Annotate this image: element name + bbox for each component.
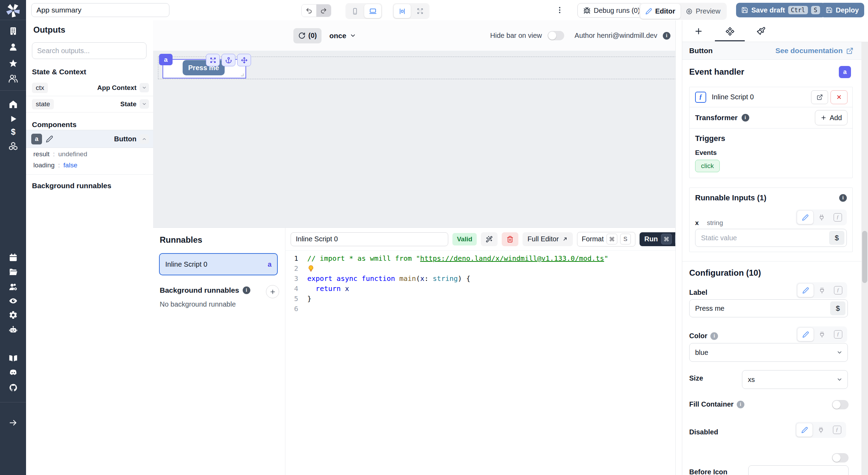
undo-button[interactable] [302, 5, 316, 17]
format-button[interactable]: Format S [577, 232, 635, 247]
groups-settings-icon[interactable] [8, 282, 18, 293]
resize-handle-icon[interactable] [239, 72, 244, 77]
folders-icon[interactable] [8, 267, 18, 278]
static-mode-button[interactable] [797, 210, 813, 224]
ctx-row[interactable]: ctx App Context [26, 80, 153, 96]
code-editor[interactable]: 1// import * as wmill from "https://deno… [285, 253, 675, 475]
search-outputs-input[interactable] [32, 42, 147, 59]
pencil-icon [802, 287, 809, 294]
add-background-runnable-button[interactable] [266, 285, 279, 298]
component-a-row[interactable]: a Button [26, 130, 153, 148]
tab-editor[interactable]: Editor [640, 4, 681, 19]
github-icon[interactable] [8, 383, 18, 394]
ctx-expand-button[interactable] [140, 83, 149, 92]
save-draft-button[interactable]: Save draft Ctrl S [736, 3, 825, 17]
mobile-view-button[interactable] [347, 4, 364, 18]
expression-mode-button[interactable]: ƒ [830, 327, 846, 341]
fullwidth-layout-button[interactable] [411, 4, 428, 18]
docs-book-icon[interactable] [8, 353, 18, 364]
component-move-button[interactable] [237, 54, 251, 66]
runnable-inputs-info-icon[interactable]: i [839, 194, 847, 202]
disabled-toggle[interactable] [832, 453, 849, 462]
scrollbar-thumb[interactable] [862, 231, 867, 283]
component-id-tab[interactable]: a [159, 54, 173, 65]
fill-container-toggle[interactable] [832, 400, 849, 409]
desktop-view-button[interactable] [364, 4, 381, 18]
expand-icon [417, 8, 424, 15]
color-select[interactable]: blue [689, 343, 848, 362]
component-collapse-button[interactable] [140, 134, 149, 144]
connect-mode-button[interactable] [814, 283, 830, 297]
remove-script-button[interactable] [831, 90, 848, 104]
connect-mode-button[interactable] [813, 210, 829, 224]
frequency-dropdown[interactable]: once [329, 32, 356, 40]
add-transformer-button[interactable]: Add [815, 110, 848, 125]
expression-mode-button[interactable]: ƒ [829, 423, 845, 437]
home-icon[interactable] [8, 100, 18, 110]
windmill-app-editor: $ [0, 0, 868, 475]
tab-preview[interactable]: Preview [681, 4, 726, 19]
discord-icon[interactable] [8, 368, 18, 379]
workspace-icon[interactable] [8, 26, 18, 37]
pencil-icon [802, 331, 809, 338]
groups-icon[interactable] [8, 74, 18, 83]
runs-play-icon[interactable] [8, 114, 18, 125]
collapse-arrow-icon[interactable] [8, 418, 18, 427]
ai-robot-icon[interactable] [8, 325, 18, 336]
runnable-item-selected[interactable]: Inline Script 0 a [159, 253, 278, 275]
author-info-icon[interactable]: i [663, 32, 670, 40]
connect-mode-button[interactable] [814, 327, 830, 341]
schedules-calendar-icon[interactable] [8, 253, 18, 264]
open-script-button[interactable] [811, 90, 828, 104]
settings-gear-icon[interactable] [8, 310, 18, 321]
tab-component-settings-active[interactable] [722, 23, 738, 39]
rename-pencil-button[interactable] [46, 135, 53, 143]
anchor-icon [225, 57, 232, 64]
runnable-inputs-box: Runnable Inputs (1) i x string ƒ Static … [689, 188, 853, 252]
tab-insert-component[interactable] [691, 23, 707, 39]
ai-assist-button[interactable] [481, 232, 498, 246]
refresh-button[interactable]: (0) [293, 28, 322, 43]
background-runnables-info-icon[interactable]: i [243, 286, 250, 294]
fill-container-info-icon[interactable]: i [737, 401, 744, 408]
full-editor-button[interactable]: Full Editor [523, 232, 573, 246]
see-documentation-link[interactable]: See documentation [775, 47, 853, 55]
template-dollar-button[interactable]: $ [830, 301, 845, 315]
windmill-logo-icon[interactable] [6, 3, 21, 19]
state-expand-button[interactable] [140, 99, 149, 109]
expression-mode-button[interactable]: ƒ [830, 283, 846, 297]
centered-layout-button[interactable] [394, 4, 411, 18]
audit-eye-icon[interactable] [8, 296, 18, 307]
transformer-info-icon[interactable]: i [742, 114, 749, 122]
redo-button[interactable] [316, 5, 331, 17]
static-mode-button[interactable] [796, 423, 813, 437]
app-summary-input[interactable] [31, 3, 169, 17]
variables-dollar-icon[interactable]: $ [8, 128, 18, 139]
static-mode-button[interactable] [797, 283, 814, 297]
static-value-field[interactable]: Static value $ [695, 229, 847, 247]
component-expand-button[interactable] [206, 54, 220, 66]
template-dollar-button[interactable]: $ [829, 231, 844, 245]
color-info-icon[interactable]: i [710, 332, 718, 340]
script-name-input[interactable] [291, 232, 448, 246]
more-options-kebab-button[interactable] [556, 6, 564, 16]
favorites-star-icon[interactable] [8, 59, 18, 69]
connect-mode-button[interactable] [813, 423, 829, 437]
deploy-button[interactable]: Deploy [820, 3, 864, 17]
size-select[interactable]: xs [742, 370, 848, 389]
component-anchor-button[interactable] [222, 54, 235, 66]
hide-bar-toggle[interactable] [548, 31, 564, 40]
static-mode-button[interactable] [797, 327, 814, 341]
state-row[interactable]: state State [26, 96, 153, 112]
user-icon[interactable] [8, 42, 18, 53]
expression-mode-button[interactable]: ƒ [830, 210, 846, 224]
before-icon-field[interactable] [748, 465, 849, 475]
app-canvas[interactable]: a Press me [153, 51, 675, 227]
panel-resizer[interactable] [675, 20, 682, 475]
delete-script-button[interactable] [502, 232, 518, 246]
tab-styling[interactable] [753, 23, 769, 39]
label-value-field[interactable]: Press me $ [689, 299, 848, 317]
function-icon: ƒ [834, 213, 842, 222]
debug-runs-button[interactable]: Debug runs (0) [577, 3, 646, 18]
resources-boxes-icon[interactable] [8, 141, 18, 151]
